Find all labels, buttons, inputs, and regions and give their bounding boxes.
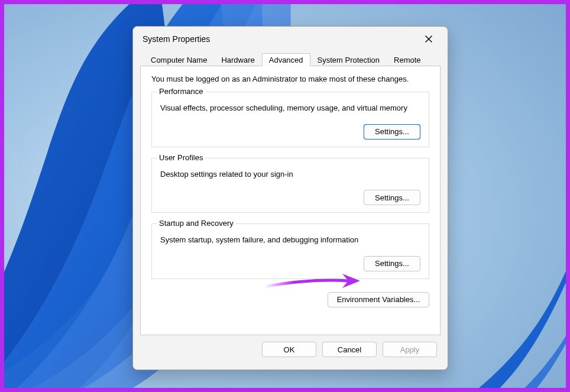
dialog-titlebar[interactable]: System Properties	[133, 27, 448, 51]
performance-group-title: Performance	[157, 87, 205, 96]
close-button[interactable]	[416, 30, 442, 48]
admin-note: You must be logged on as an Administrato…	[151, 74, 429, 83]
tab-hardware[interactable]: Hardware	[214, 53, 261, 66]
system-properties-dialog: System Properties Computer Name Hardware…	[132, 26, 448, 370]
user-profiles-description: Desktop settings related to your sign-in	[160, 169, 420, 180]
user-profiles-group: User Profiles Desktop settings related t…	[151, 158, 429, 213]
startup-recovery-group: Startup and Recovery System startup, sys…	[151, 223, 429, 279]
dialog-button-row: OK Cancel Apply	[140, 335, 441, 364]
performance-settings-button[interactable]: Settings...	[364, 124, 420, 140]
apply-button[interactable]: Apply	[383, 342, 437, 357]
user-profiles-settings-button[interactable]: Settings...	[364, 190, 420, 205]
tab-remote[interactable]: Remote	[387, 53, 428, 66]
dialog-title: System Properties	[142, 34, 416, 44]
tab-system-protection[interactable]: System Protection	[310, 53, 387, 66]
user-profiles-group-title: User Profiles	[157, 153, 205, 162]
dialog-client-area: Computer Name Hardware Advanced System P…	[133, 51, 448, 370]
performance-group: Performance Visual effects, processor sc…	[151, 92, 429, 147]
startup-recovery-group-title: Startup and Recovery	[157, 219, 236, 228]
advanced-tab-panel: You must be logged on as an Administrato…	[140, 66, 441, 335]
close-icon	[425, 35, 433, 43]
cancel-button[interactable]: Cancel	[322, 342, 377, 357]
performance-description: Visual effects, processor scheduling, me…	[160, 103, 420, 114]
startup-recovery-description: System startup, system failure, and debu…	[160, 235, 420, 245]
tab-computer-name[interactable]: Computer Name	[144, 53, 214, 66]
startup-recovery-settings-button[interactable]: Settings...	[364, 256, 420, 271]
environment-variables-button[interactable]: Environment Variables...	[328, 292, 429, 307]
tab-advanced[interactable]: Advanced	[262, 53, 310, 66]
tab-strip: Computer Name Hardware Advanced System P…	[140, 51, 441, 66]
ok-button[interactable]: OK	[262, 342, 316, 357]
screenshot-frame: System Properties Computer Name Hardware…	[0, 0, 570, 392]
